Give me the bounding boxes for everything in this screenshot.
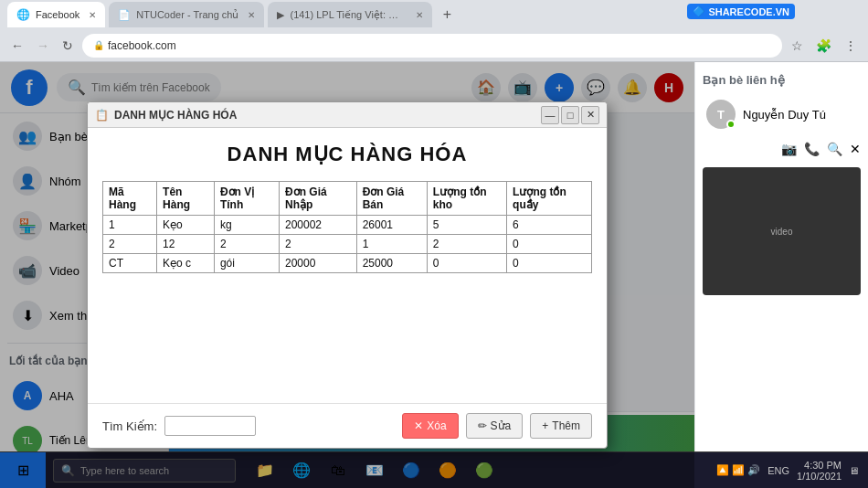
delete-label: Xóa <box>427 419 446 432</box>
tab-youtube-icon: ▶ <box>277 9 284 21</box>
extensions-button[interactable]: 🧩 <box>812 37 835 55</box>
sharecode-logo: 🔷 SHARECODE.VN <box>687 4 795 19</box>
cell-dvt: 2 <box>214 235 279 254</box>
forward-button[interactable]: → <box>33 37 53 55</box>
cell-gia-nhap: 200002 <box>279 216 356 235</box>
bookmark-button[interactable]: ☆ <box>788 37 807 55</box>
search-contacts-button[interactable]: 🔍 <box>827 142 842 156</box>
video-call-button[interactable]: 📷 <box>781 142 797 156</box>
table-row[interactable]: 2 12 2 2 1 2 0 <box>103 235 592 254</box>
tab-facebook-label: Facebook <box>36 9 79 20</box>
new-tab-button[interactable]: + <box>436 4 458 26</box>
dialog-minimize-button[interactable]: — <box>541 106 559 124</box>
contact-name: Nguyễn Duy Tú <box>743 108 826 122</box>
dialog-controls: — □ ✕ <box>541 106 599 124</box>
dialog-maximize-button[interactable]: □ <box>561 106 579 124</box>
lock-icon: 🔒 <box>93 34 104 58</box>
cell-ton-kho: 5 <box>427 216 506 235</box>
browser-chrome: 🌐 Facebook ✕ 📄 NTUCoder - Trang chủ ✕ ▶ … <box>0 0 868 63</box>
cell-ma-hang: CT <box>103 254 157 273</box>
add-label: Thêm <box>552 419 580 432</box>
dialog-footer: Tìm Kiếm: ✕ Xóa ✏ Sửa + Thêm <box>88 403 607 448</box>
tab-facebook[interactable]: 🌐 Facebook ✕ <box>7 2 105 27</box>
taskbar-time-display: 4:30 PM 1/10/2021 <box>797 460 842 482</box>
table-row[interactable]: CT Kẹo c gói 20000 25000 0 0 <box>103 254 592 273</box>
col-dvt: Đơn Vị Tính <box>214 182 279 216</box>
add-icon: + <box>542 419 548 432</box>
dialog-close-button[interactable]: ✕ <box>581 106 599 124</box>
taskbar-time: 4:30 PM <box>797 460 842 471</box>
taskbar-notification-center[interactable]: 🖥 <box>849 465 859 476</box>
taskbar-language: ENG <box>767 465 789 476</box>
table-row[interactable]: 1 Kẹo kg 200002 26001 5 6 <box>103 216 592 235</box>
tab-ntucoder[interactable]: 📄 NTUCoder - Trang chủ ✕ <box>109 2 264 27</box>
tab-bar: 🌐 Facebook ✕ 📄 NTUCoder - Trang chủ ✕ ▶ … <box>0 0 868 29</box>
dialog-body: DANH MỤC HÀNG HÓA Mã Hàng Tên Hàng Đơn V… <box>88 128 607 403</box>
dialog-overlay: 📋 DANH MỤC HÀNG HÓA — □ ✕ DANH MỤC HÀNG … <box>0 62 694 488</box>
tab-facebook-close[interactable]: ✕ <box>89 10 96 20</box>
search-label: Tìm Kiếm: <box>102 419 157 433</box>
edit-button[interactable]: ✏ Sửa <box>466 413 524 439</box>
taskbar-system-icons: 🔼 📶 🔊 <box>716 464 760 476</box>
contact-item[interactable]: T Nguyễn Duy Tú <box>703 94 861 134</box>
cell-gia-ban: 26001 <box>356 216 427 235</box>
cell-ton-kho: 2 <box>427 235 506 254</box>
cell-gia-ban: 25000 <box>356 254 427 273</box>
col-ma-hang: Mã Hàng <box>103 182 157 216</box>
main-dialog: 📋 DANH MỤC HÀNG HÓA — □ ✕ DANH MỤC HÀNG … <box>87 101 608 449</box>
col-ten-hang: Tên Hàng <box>157 182 215 216</box>
tab-facebook-icon: 🌐 <box>16 8 30 21</box>
cell-ton-quay: 0 <box>507 254 592 273</box>
taskbar-date: 1/10/2021 <box>797 471 842 482</box>
address-bar-row: ← → ↻ 🔒 facebook.com ☆ 🧩 ⋮ <box>0 29 868 62</box>
expand-contacts-button[interactable]: ✕ <box>850 142 861 156</box>
video-thumbnail-area: video <box>703 167 861 295</box>
tab-youtube-close[interactable]: ✕ <box>416 10 423 20</box>
taskbar-right: 🔼 📶 🔊 ENG 4:30 PM 1/10/2021 🖥 <box>716 460 868 482</box>
menu-button[interactable]: ⋮ <box>841 37 861 55</box>
cell-ma-hang: 2 <box>103 235 157 254</box>
delete-icon: ✕ <box>414 419 423 432</box>
online-indicator <box>726 120 736 129</box>
dialog-icon: 📋 <box>95 109 109 122</box>
voice-call-button[interactable]: 📞 <box>804 142 820 156</box>
cell-dvt: gói <box>214 254 279 273</box>
col-gia-ban: Đơn Giá Bán <box>356 182 427 216</box>
cell-gia-nhap: 20000 <box>279 254 356 273</box>
add-button[interactable]: + Thêm <box>530 413 592 439</box>
cell-dvt: kg <box>214 216 279 235</box>
reload-button[interactable]: ↻ <box>58 37 77 55</box>
cell-ton-quay: 6 <box>507 216 592 235</box>
cell-gia-nhap: 2 <box>279 235 356 254</box>
delete-button[interactable]: ✕ Xóa <box>402 413 458 439</box>
dialog-title-label: DANH MỤC HÀNG HÓA <box>114 109 541 122</box>
contacts-title: Bạn bè liên hệ <box>703 73 861 87</box>
dialog-heading: DANH MỤC HÀNG HÓA <box>102 143 592 166</box>
facebook-contacts-panel: Bạn bè liên hệ T Nguyễn Duy Tú 📷 📞 🔍 ✕ v… <box>694 62 868 488</box>
edit-label: Sửa <box>491 419 512 432</box>
tab-ntucoder-close[interactable]: ✕ <box>248 10 255 20</box>
col-gia-nhap: Đơn Giá Nhập <box>279 182 356 216</box>
contact-avatar: T <box>706 100 736 129</box>
back-button[interactable]: ← <box>7 37 27 55</box>
contact-actions: 📷 📞 🔍 ✕ <box>703 142 861 156</box>
cell-gia-ban: 1 <box>356 235 427 254</box>
col-ton-quay: Lượng tồn quầy <box>507 182 592 216</box>
edit-icon: ✏ <box>478 419 487 432</box>
data-table: Mã Hàng Tên Hàng Đơn Vị Tính Đơn Giá Nhậ… <box>102 181 592 273</box>
tab-ntucoder-label: NTUCoder - Trang chủ <box>136 9 238 21</box>
cell-ton-quay: 0 <box>507 235 592 254</box>
cell-ma-hang: 1 <box>103 216 157 235</box>
tab-youtube-label: (141) LPL Tiếng Việt: WE vs. RW... <box>290 9 407 21</box>
address-text: facebook.com <box>108 34 176 58</box>
search-input[interactable] <box>164 416 256 436</box>
address-input[interactable]: 🔒 facebook.com <box>82 34 782 58</box>
cell-ten-hang: Kẹo <box>157 216 215 235</box>
cell-ten-hang: Kẹo c <box>157 254 215 273</box>
tab-youtube[interactable]: ▶ (141) LPL Tiếng Việt: WE vs. RW... ✕ <box>268 2 432 27</box>
tab-ntucoder-icon: 📄 <box>118 9 131 21</box>
dialog-titlebar: 📋 DANH MỤC HÀNG HÓA — □ ✕ <box>88 102 607 128</box>
col-ton-kho: Lượng tồn kho <box>427 182 506 216</box>
cell-ton-kho: 0 <box>427 254 506 273</box>
cell-ten-hang: 12 <box>157 235 215 254</box>
